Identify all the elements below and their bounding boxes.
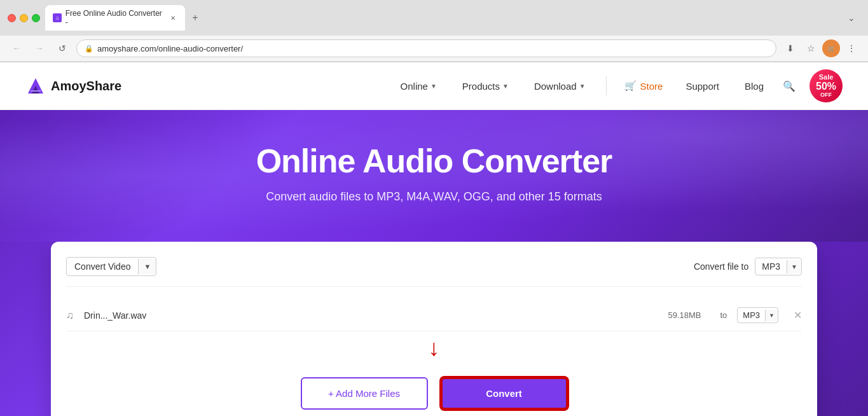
file-remove-button[interactable]: ✕ xyxy=(794,309,802,321)
traffic-lights xyxy=(8,14,40,22)
convert-file-to: Convert file to MP3 ▼ xyxy=(694,258,802,275)
nav-download[interactable]: Download ▼ xyxy=(524,76,596,97)
global-format-label: MP3 xyxy=(755,258,787,275)
file-format-arrow-icon[interactable]: ▼ xyxy=(765,310,778,321)
file-format-select[interactable]: MP3 ▼ xyxy=(737,307,778,323)
convert-label: Convert xyxy=(486,388,522,399)
page-content: AmoyShare Online ▼ Products ▼ Download ▼… xyxy=(0,62,868,416)
global-format-arrow-icon[interactable]: ▼ xyxy=(787,260,801,274)
refresh-button[interactable]: ↺ xyxy=(53,39,71,57)
nav-blog[interactable]: Blog xyxy=(734,76,774,97)
nav-online-chevron: ▼ xyxy=(431,83,437,90)
tab-title: Free Online Audio Converter - xyxy=(65,9,165,27)
extension-button[interactable]: 🛒 xyxy=(822,39,840,57)
nav-products[interactable]: Products ▼ xyxy=(452,76,519,97)
converter-box: Convert Video ▼ Convert file to MP3 ▼ ♫ … xyxy=(51,242,817,416)
nav-links: Online ▼ Products ▼ Download ▼ 🛒 Store S… xyxy=(390,69,843,102)
lock-icon: 🔒 xyxy=(85,45,93,53)
navbar: AmoyShare Online ▼ Products ▼ Download ▼… xyxy=(0,62,868,110)
logo-icon xyxy=(25,76,46,96)
nav-download-chevron: ▼ xyxy=(579,83,586,90)
convert-video-label: Convert Video xyxy=(67,258,138,275)
nav-products-chevron: ▼ xyxy=(502,83,509,90)
search-button[interactable]: 🔍 xyxy=(779,76,799,96)
window-controls: ⌄ xyxy=(843,13,860,23)
back-button[interactable]: ← xyxy=(8,39,25,57)
add-more-files-button[interactable]: + Add More Files xyxy=(301,377,428,410)
action-buttons: + Add More Files Convert xyxy=(66,364,802,412)
nav-support[interactable]: Support xyxy=(675,76,729,97)
nav-online[interactable]: Online ▼ xyxy=(390,76,447,97)
nav-blog-label: Blog xyxy=(745,81,764,92)
nav-store[interactable]: 🛒 Store xyxy=(617,75,671,97)
new-tab-button[interactable]: + xyxy=(188,10,203,25)
file-music-icon: ♫ xyxy=(66,310,74,321)
converter-header: Convert Video ▼ Convert file to MP3 ▼ xyxy=(66,257,802,287)
file-name: Drin..._War.wav xyxy=(84,310,649,321)
nav-download-label: Download xyxy=(534,81,577,92)
tab-favicon: ♫ xyxy=(53,13,62,22)
to-label: to xyxy=(720,310,727,320)
add-files-label: + Add More Files xyxy=(328,388,400,399)
logo[interactable]: AmoyShare xyxy=(25,76,121,96)
logo-text: AmoyShare xyxy=(51,79,121,94)
maximize-window-button[interactable] xyxy=(32,14,40,22)
nav-online-label: Online xyxy=(401,81,428,92)
global-format-select[interactable]: MP3 ▼ xyxy=(755,258,802,275)
convert-button[interactable]: Convert xyxy=(441,377,568,410)
hero-banner: Online Audio Converter Convert audio fil… xyxy=(0,110,868,242)
sale-percent: 50% xyxy=(816,81,836,92)
browser-titlebar: ♫ Free Online Audio Converter - ✕ + ⌄ xyxy=(0,0,868,36)
nav-support-label: Support xyxy=(685,81,719,92)
arrow-indicator: ↓ xyxy=(66,331,802,364)
menu-button[interactable]: ⋮ xyxy=(843,39,860,57)
bookmark-button[interactable]: ☆ xyxy=(802,39,820,57)
minimize-window-button[interactable] xyxy=(20,14,28,22)
hero-subtitle: Convert audio files to MP3, M4A,WAV, OGG… xyxy=(25,190,843,204)
nav-store-label: Store xyxy=(640,81,663,92)
tab-bar: ♫ Free Online Audio Converter - ✕ + ⌄ xyxy=(45,5,860,31)
browser-chrome: ♫ Free Online Audio Converter - ✕ + ⌄ ← … xyxy=(0,0,868,62)
active-tab[interactable]: ♫ Free Online Audio Converter - ✕ xyxy=(45,5,185,31)
store-cart-icon: 🛒 xyxy=(624,80,637,92)
sale-off: OFF xyxy=(820,92,832,99)
address-bar[interactable]: 🔒 amoyshare.com/online-audio-converter/ xyxy=(76,39,776,57)
file-size: 59.18MB xyxy=(659,310,710,320)
nav-divider xyxy=(606,76,607,95)
down-arrow-icon: ↓ xyxy=(429,336,440,359)
downloads-button[interactable]: ⬇ xyxy=(782,39,799,57)
convert-file-to-label: Convert file to xyxy=(694,261,748,272)
file-format-label: MP3 xyxy=(738,308,765,322)
close-window-button[interactable] xyxy=(8,14,16,22)
hero-content: Online Audio Converter Convert audio fil… xyxy=(25,142,843,204)
sale-text: Sale xyxy=(819,73,834,81)
browser-toolbar: ← → ↺ 🔒 amoyshare.com/online-audio-conve… xyxy=(0,36,868,62)
convert-video-dropdown[interactable]: Convert Video ▼ xyxy=(66,257,156,276)
toolbar-actions: ⬇ ☆ 🛒 ⋮ xyxy=(782,39,860,57)
address-text: amoyshare.com/online-audio-converter/ xyxy=(97,44,243,53)
file-row: ♫ Drin..._War.wav 59.18MB to MP3 ▼ ✕ xyxy=(66,300,802,331)
hero-title: Online Audio Converter xyxy=(25,142,843,180)
forward-button[interactable]: → xyxy=(31,39,48,57)
tab-close-button[interactable]: ✕ xyxy=(169,13,177,22)
sale-badge[interactable]: Sale 50% OFF xyxy=(809,69,843,102)
converter-container: Convert Video ▼ Convert file to MP3 ▼ ♫ … xyxy=(0,242,868,416)
nav-products-label: Products xyxy=(462,81,500,92)
hero-section: Online Audio Converter Convert audio fil… xyxy=(0,110,868,416)
convert-video-arrow-icon[interactable]: ▼ xyxy=(138,259,156,274)
